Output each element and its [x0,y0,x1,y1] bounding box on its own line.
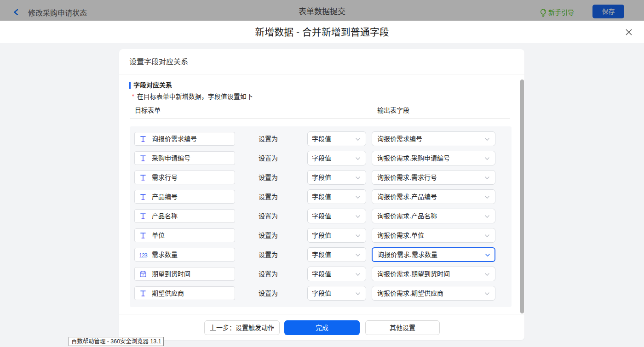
svg-text:123: 123 [139,252,148,258]
svg-text:7: 7 [142,273,144,277]
